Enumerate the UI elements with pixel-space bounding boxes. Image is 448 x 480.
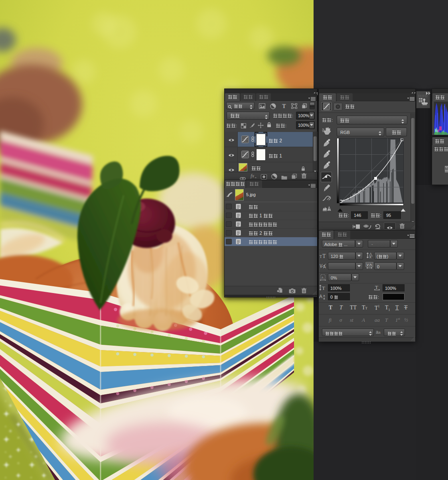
svg-text:A: A [323, 265, 326, 269]
svg-text:fx: fx [251, 173, 255, 179]
svg-text:A: A [369, 252, 372, 256]
svg-text:a: a [322, 275, 324, 279]
svg-text:A: A [369, 262, 372, 267]
svg-text:T: T [320, 254, 322, 258]
svg-text:T: T [375, 285, 378, 290]
svg-text:T: T [322, 285, 325, 291]
svg-text:T: T [322, 253, 326, 258]
svg-text:A: A [369, 256, 371, 259]
svg-text:T: T [282, 103, 286, 109]
svg-text:A: A [319, 294, 322, 299]
svg-text:a: a [323, 294, 325, 297]
